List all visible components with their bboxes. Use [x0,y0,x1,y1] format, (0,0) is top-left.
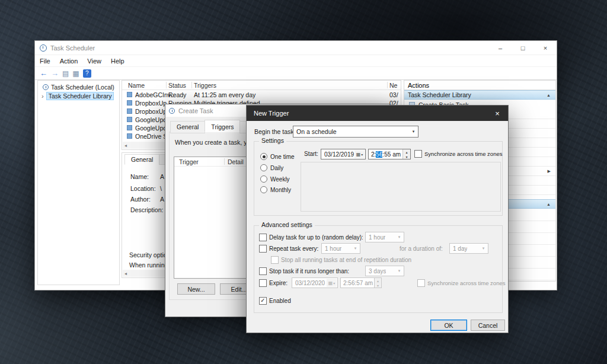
close-icon[interactable]: × [534,41,557,55]
task-icon [127,100,132,106]
column-triggers[interactable]: Triggers [194,82,216,89]
duration-label: for a duration of: [400,245,447,252]
spin-down-icon[interactable]: ▾ [375,283,381,288]
new-trigger-button[interactable]: New... [177,283,215,295]
calendar-dropdown-icon[interactable]: ▦ ▾ [327,279,337,287]
radio-selected-icon[interactable] [260,153,267,160]
radio-weekly-label: Weekly [270,176,290,183]
radio-icon[interactable] [260,164,267,171]
dialog-title: New Trigger [254,110,289,117]
chevron-down-icon: ▾ [479,244,488,253]
checkbox-icon[interactable] [414,150,422,158]
column-trigger[interactable]: Trigger [179,158,199,165]
window-title: Task Scheduler [50,44,95,52]
delay-label: Delay task for up to (random delay): [269,234,363,241]
sync-timezones-checkbox[interactable]: Synchronize across time zones [414,150,502,158]
spin-up-icon[interactable]: ▴ [403,149,410,154]
maximize-icon[interactable]: □ [512,41,534,55]
actions-header: Actions [404,81,555,90]
chevron-down-icon: ▾ [395,232,404,242]
column-name[interactable]: Name [128,82,145,89]
actions-title: Actions [408,82,429,89]
radio-daily-label: Daily [270,165,283,171]
help-icon[interactable]: ? [83,69,91,78]
delay-select[interactable]: 1 hour ▾ [365,232,404,242]
expire-date-picker[interactable]: 03/12/2020 ▦ ▾ [292,277,338,288]
cancel-button[interactable]: Cancel [471,320,505,331]
begin-task-label: Begin the task: [254,128,295,135]
title-bar: Task Scheduler – □ × [35,41,557,55]
radio-monthly-label: Monthly [270,187,291,193]
column-status[interactable]: Status [168,82,186,89]
console-window-icon[interactable]: ▤ [62,70,69,77]
repeat-task-row: Repeat task every: 1 hour ▾ for a durati… [254,243,501,254]
spin-up-icon[interactable]: ▴ [375,278,381,283]
start-label: Start: [304,151,318,157]
scroll-left-icon[interactable]: ◂ [123,143,127,148]
ok-button[interactable]: OK [430,320,467,331]
task-icon [127,133,132,139]
delay-value: 1 hour [369,234,385,241]
new-button-label: New... [187,286,205,293]
start-date-picker[interactable]: 03/12/2019 ▦ ▾ [321,149,366,159]
task-icon [127,125,132,130]
column-detail[interactable]: Detail [228,158,244,165]
stop-checkbox[interactable] [259,267,267,275]
location-value: \ [160,185,162,192]
sync-timezones-checkbox-2[interactable] [417,279,425,287]
collapse-icon[interactable]: ▲ [547,202,551,206]
radio-one-time[interactable]: One time [260,153,295,160]
repeat-checkbox[interactable] [259,245,267,253]
menu-help[interactable]: Help [106,58,129,65]
scroll-left-icon[interactable]: ◂ [123,271,127,276]
repeat-select[interactable]: 1 hour ▾ [321,243,360,254]
tree-item-root[interactable]: Task Scheduler (Local) [39,82,118,91]
stop-label: Stop task if it runs longer than: [269,268,363,274]
detail-tab-general[interactable]: General [124,154,159,165]
expire-time-spinner[interactable]: 2:56:57 am ▴ ▾ [340,277,382,288]
radio-weekly[interactable]: Weekly [260,175,290,183]
tab-triggers[interactable]: Triggers [205,120,240,132]
repeat-label: Repeat task every: [269,245,319,252]
export-list-icon[interactable]: ▦ [72,70,79,77]
delay-checkbox[interactable] [259,234,267,241]
tab-general[interactable]: General [170,121,205,133]
menu-view[interactable]: View [82,58,106,65]
new-trigger-dialog: New Trigger × Begin the task: On a sched… [246,105,509,333]
schedule-detail-panel [301,162,501,212]
column-next-run[interactable]: Ne [389,82,397,89]
radio-daily[interactable]: Daily [260,164,283,171]
radio-icon[interactable] [260,186,267,193]
expire-date-value: 03/12/2020 [295,280,325,286]
spin-down-icon[interactable]: ▾ [403,154,410,159]
enabled-checkbox[interactable]: ✓ [259,297,267,305]
back-icon[interactable]: ← [40,69,47,77]
task-next-run: 03/ [389,91,398,98]
stop-select[interactable]: 3 days ▾ [365,266,404,276]
forward-icon[interactable]: → [51,69,59,77]
radio-monthly[interactable]: Monthly [260,186,291,193]
expander-icon[interactable]: › [41,92,44,100]
radio-icon[interactable] [260,175,267,183]
start-time-spinner[interactable]: 2:56:55 am ▴ ▾ [368,149,411,159]
spinner-buttons[interactable]: ▴ ▾ [402,149,410,159]
menu-action[interactable]: Action [55,58,83,65]
column-divider [191,82,192,88]
console-tree-panel: Task Scheduler (Local) › Task Scheduler … [37,80,120,285]
desktop: Task Scheduler – □ × File Action View He… [0,0,607,364]
calendar-dropdown-icon[interactable]: ▦ ▾ [354,150,365,158]
spinner-buttons[interactable]: ▴ ▾ [374,278,381,288]
author-value: A [160,196,164,203]
minimize-icon[interactable]: – [489,41,512,55]
actions-library-item[interactable]: Task Scheduler Library ▲ [404,90,555,100]
duration-select[interactable]: 1 day ▾ [449,243,488,254]
menu-file[interactable]: File [35,58,55,65]
close-icon[interactable]: × [487,106,508,121]
begin-task-select[interactable]: On a schedule ▾ [293,126,418,138]
expire-checkbox[interactable] [259,279,267,287]
task-row[interactable]: AdobeGCInv... Ready At 11:25 am every da… [122,91,401,99]
stop-all-checkbox[interactable] [271,256,279,264]
stop-all-row: Stop all running tasks at end of repetit… [254,254,501,265]
tree-item-library[interactable]: › Task Scheduler Library [39,91,118,100]
collapse-icon[interactable]: ▲ [547,93,551,97]
